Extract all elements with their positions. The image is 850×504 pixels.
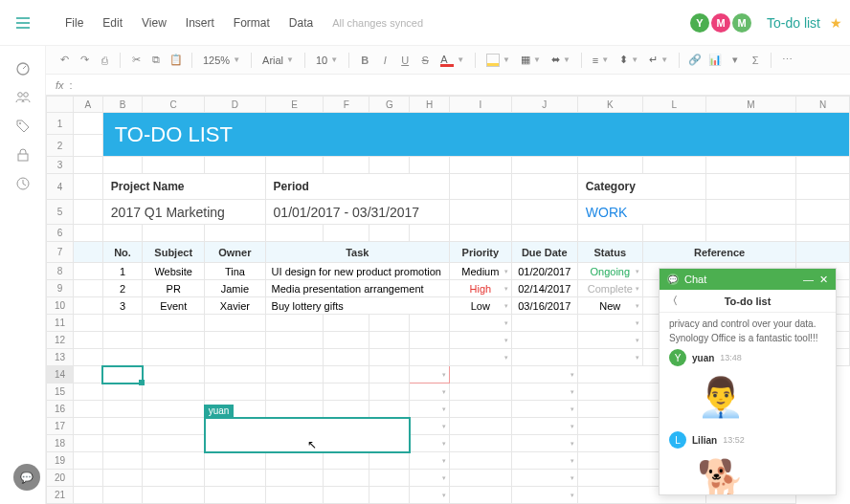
avatar[interactable]: Y bbox=[690, 13, 709, 33]
menu-format[interactable]: Format bbox=[226, 12, 278, 33]
italic-icon[interactable]: I bbox=[376, 52, 393, 69]
col-header[interactable]: J bbox=[511, 97, 577, 113]
redo-icon[interactable]: ↷ bbox=[76, 52, 93, 69]
merge-icon[interactable]: ⬌▼ bbox=[548, 54, 574, 66]
chat-panel: 💬 Chat — ✕ 〈 To-do list privacy and cont… bbox=[659, 268, 837, 495]
chat-text: Synology Office is a fantastic tool!!! bbox=[669, 333, 826, 343]
sync-status: All changes synced bbox=[332, 17, 423, 29]
menu-view[interactable]: View bbox=[134, 12, 174, 33]
function-icon[interactable]: Σ bbox=[747, 52, 764, 69]
filter-icon[interactable]: ▾ bbox=[727, 52, 744, 69]
left-rail bbox=[0, 46, 46, 504]
col-header[interactable]: I bbox=[449, 97, 511, 113]
undo-icon[interactable]: ↶ bbox=[56, 52, 73, 69]
fillcolor-icon[interactable]: ▼ bbox=[482, 54, 514, 67]
col-header[interactable]: C bbox=[143, 97, 205, 113]
chat-body[interactable]: privacy and control over your data. Syno… bbox=[660, 313, 836, 494]
active-cell bbox=[102, 366, 142, 383]
col-header[interactable]: L bbox=[642, 97, 705, 113]
star-icon[interactable]: ★ bbox=[830, 15, 842, 31]
svg-point-3 bbox=[19, 122, 21, 124]
strike-icon[interactable]: S bbox=[416, 52, 434, 69]
hamburger-icon[interactable] bbox=[0, 0, 46, 46]
back-icon[interactable]: 〈 bbox=[667, 294, 678, 308]
col-header[interactable]: B bbox=[102, 97, 142, 113]
minimize-icon[interactable]: — bbox=[803, 274, 814, 285]
col-header[interactable]: M bbox=[705, 97, 796, 113]
link-icon[interactable]: 🔗 bbox=[686, 52, 704, 69]
cut-icon[interactable]: ✂ bbox=[127, 52, 145, 69]
sticker-icon: 🐕 bbox=[692, 450, 749, 494]
zoom-dropdown[interactable]: 125%▼ bbox=[199, 55, 244, 66]
col-header[interactable]: N bbox=[796, 97, 850, 113]
menu-edit[interactable]: Edit bbox=[95, 12, 130, 33]
row-header[interactable]: 6 bbox=[47, 225, 74, 242]
doc-title[interactable]: To-do list bbox=[767, 15, 820, 31]
paste-icon[interactable]: 📋 bbox=[168, 52, 185, 69]
textcolor-icon[interactable]: A▼ bbox=[436, 54, 468, 67]
sticker-icon: 👨‍💼 bbox=[692, 368, 749, 426]
col-header[interactable]: E bbox=[265, 97, 324, 113]
gauge-icon[interactable] bbox=[15, 61, 31, 77]
formula-bar[interactable]: fx : bbox=[46, 75, 850, 96]
fx-label: fx bbox=[56, 79, 64, 91]
tag-icon[interactable] bbox=[15, 119, 31, 134]
size-dropdown[interactable]: 10▼ bbox=[312, 55, 342, 66]
col-header[interactable]: D bbox=[205, 97, 265, 113]
menu-file[interactable]: File bbox=[57, 12, 91, 33]
close-icon[interactable]: ✕ bbox=[819, 274, 828, 286]
lock-icon[interactable] bbox=[15, 147, 31, 163]
chat-username: yuan bbox=[692, 353, 714, 363]
history-icon[interactable] bbox=[15, 176, 31, 191]
svg-point-2 bbox=[23, 93, 28, 98]
avatar: L bbox=[669, 431, 686, 449]
more-icon[interactable]: ⋯ bbox=[778, 52, 795, 69]
col-header[interactable]: H bbox=[410, 97, 450, 113]
avatar[interactable]: M bbox=[711, 13, 730, 33]
row-header[interactable]: 3 bbox=[47, 157, 74, 174]
svg-rect-4 bbox=[18, 154, 28, 161]
people-icon[interactable] bbox=[15, 90, 31, 105]
col-header[interactable]: A bbox=[74, 97, 103, 113]
chat-title: Chat bbox=[684, 274, 706, 285]
banner-title: TO-DO LIST bbox=[103, 122, 233, 147]
bold-icon[interactable]: B bbox=[356, 52, 373, 69]
underline-icon[interactable]: U bbox=[396, 52, 414, 69]
chat-fab[interactable]: 💬 bbox=[13, 464, 40, 491]
col-header[interactable]: F bbox=[324, 97, 369, 113]
borders-icon[interactable]: ▦▼ bbox=[517, 54, 545, 66]
chat-username: Lilian bbox=[692, 435, 717, 446]
chat-subtitle: To-do list bbox=[725, 296, 772, 307]
avatar[interactable]: M bbox=[732, 13, 751, 33]
collab-selection: yuan↖ bbox=[205, 418, 410, 452]
chat-time: 13:48 bbox=[720, 353, 742, 362]
print-icon[interactable]: ⎙ bbox=[96, 52, 113, 69]
avatar: Y bbox=[669, 349, 686, 366]
chat-text: privacy and control over your data. bbox=[669, 318, 826, 329]
svg-point-1 bbox=[17, 93, 22, 98]
chart-icon[interactable]: 📊 bbox=[706, 52, 724, 69]
font-dropdown[interactable]: Arial▼ bbox=[258, 55, 298, 66]
col-header[interactable]: K bbox=[577, 97, 642, 113]
halign-icon[interactable]: ≡▼ bbox=[589, 55, 613, 66]
valign-icon[interactable]: ⬍▼ bbox=[615, 54, 642, 66]
menu-data[interactable]: Data bbox=[281, 12, 321, 33]
copy-icon[interactable]: ⧉ bbox=[147, 52, 165, 69]
wrap-icon[interactable]: ↵▼ bbox=[645, 54, 672, 66]
chat-bubble-icon: 💬 bbox=[667, 274, 679, 285]
menu-insert[interactable]: Insert bbox=[178, 12, 222, 33]
col-header[interactable]: G bbox=[369, 97, 410, 113]
toolbar: ↶ ↷ ⎙ ✂ ⧉ 📋 125%▼ Arial▼ 10▼ B I U S A▼ … bbox=[46, 46, 850, 75]
chat-time: 13:52 bbox=[723, 435, 745, 445]
